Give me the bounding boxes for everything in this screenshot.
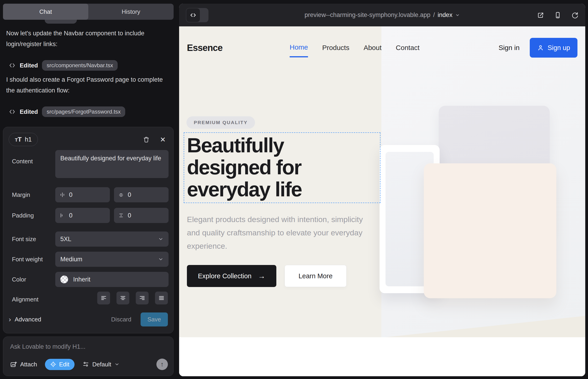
browser-chrome: preview--charming-site-symphony.lovable.… <box>179 4 585 26</box>
chat-history-tabbar: Chat History <box>3 4 174 20</box>
font-size-select[interactable]: 5XL <box>55 232 169 247</box>
nav-link-contact[interactable]: Contact <box>396 44 419 52</box>
code-icon <box>9 62 15 69</box>
close-icon: ✕ <box>160 136 166 144</box>
color-label: Color <box>12 276 26 283</box>
element-tag-badge: TT h1 <box>9 133 38 146</box>
font-weight-select[interactable]: Medium <box>55 252 169 267</box>
hero-headline[interactable]: Beautifully designed for everyday life <box>187 134 302 200</box>
code-icon <box>186 8 200 22</box>
editor-footer: › Advanced Discard Save <box>9 312 168 327</box>
hero-cta-row: Explore Collection → Learn More <box>187 265 346 287</box>
site-logo[interactable]: Essence <box>187 43 222 53</box>
content-input[interactable]: Beautifully designed for everyday life <box>55 150 169 178</box>
element-editor-panel: TT h1 ✕ Content Beautifully designed for… <box>3 127 174 333</box>
editor-header: TT h1 ✕ <box>9 132 168 147</box>
hero-description: Elegant products designed with intention… <box>187 213 373 253</box>
preview-frame: preview--charming-site-symphony.lovable.… <box>179 4 585 376</box>
margin-x-input[interactable]: 0 <box>55 187 110 202</box>
alignment-label: Alignment <box>12 296 39 303</box>
edited-label: Edited <box>20 62 38 69</box>
element-tag-label: h1 <box>25 136 32 143</box>
open-external-button[interactable] <box>537 12 544 19</box>
attach-button[interactable]: Attach <box>10 361 37 368</box>
font-weight-label: Font weight <box>12 256 43 263</box>
edit-mode-button[interactable]: Edit <box>45 359 75 370</box>
prompt-toolbar: Attach Edit Default ↑ <box>10 358 168 371</box>
sign-in-link[interactable]: Sign in <box>498 44 520 52</box>
delete-element-button[interactable] <box>141 134 151 144</box>
margin-y-input[interactable]: 0 <box>114 187 169 202</box>
nav-link-products[interactable]: Products <box>322 44 349 52</box>
tab-history[interactable]: History <box>88 4 174 20</box>
url-page: index <box>438 12 452 19</box>
align-right-button[interactable] <box>136 292 149 304</box>
chevron-down-icon <box>158 256 164 262</box>
padding-label: Padding <box>12 212 34 219</box>
arrow-right-icon: → <box>258 272 265 280</box>
edited-file-row: Edited src/components/Navbar.tsx <box>9 60 118 71</box>
type-icon: TT <box>15 136 22 143</box>
advanced-toggle[interactable]: › Advanced <box>9 316 41 323</box>
hero-card-cream <box>424 163 556 298</box>
attach-image-icon <box>10 361 17 368</box>
assistant-message: Now let's update the Navbar component to… <box>6 28 173 49</box>
mode-selector[interactable]: Default <box>82 361 120 368</box>
padding-y-input[interactable]: 0 <box>114 208 169 223</box>
padding-y-icon <box>118 212 124 218</box>
hero-badge: PREMIUM QUALITY <box>186 116 255 129</box>
padding-x-icon <box>59 212 65 218</box>
color-select[interactable]: Inherit <box>55 272 169 287</box>
file-chip[interactable]: src/pages/ForgotPassword.tsx <box>42 107 125 117</box>
align-left-button[interactable] <box>97 292 110 304</box>
file-chip[interactable]: src/components/Navbar.tsx <box>42 60 117 71</box>
nav-auth: Sign in Sign up <box>498 26 577 69</box>
chevron-down-icon <box>114 362 120 367</box>
learn-more-button[interactable]: Learn More <box>285 265 346 287</box>
code-icon <box>9 108 15 115</box>
close-panel-button[interactable]: ✕ <box>158 134 168 144</box>
nav-links: Home Products About Contact <box>290 26 419 69</box>
user-icon <box>537 44 544 51</box>
site-navbar: Essence Home Products About Contact Sign… <box>179 26 585 69</box>
alignment-buttons <box>97 292 168 304</box>
url-bar: preview--charming-site-symphony.lovable.… <box>179 4 585 26</box>
font-size-label: Font size <box>12 236 36 243</box>
discard-button[interactable]: Discard <box>111 316 131 323</box>
code-view-toggle[interactable] <box>186 8 208 22</box>
send-button[interactable]: ↑ <box>156 359 168 370</box>
nav-link-home[interactable]: Home <box>290 43 308 57</box>
site-canvas: Essence Home Products About Contact Sign… <box>179 26 585 376</box>
chevron-down-icon <box>158 236 164 242</box>
edited-label: Edited <box>20 108 38 115</box>
crosshair-icon <box>50 361 56 367</box>
mobile-view-button[interactable] <box>554 12 561 19</box>
margin-x-icon <box>59 192 65 198</box>
explore-collection-button[interactable]: Explore Collection → <box>187 265 276 287</box>
align-center-button[interactable] <box>117 292 129 304</box>
chat-sidebar: Chat History Now let's update the Navbar… <box>0 0 179 379</box>
align-justify-button[interactable] <box>155 292 168 304</box>
margin-y-icon <box>118 192 124 198</box>
save-button[interactable]: Save <box>140 313 168 327</box>
chevron-right-icon: › <box>9 316 11 323</box>
transparency-swatch-icon <box>60 276 68 283</box>
prompt-placeholder: Ask Lovable to modify H1... <box>10 343 86 350</box>
sliders-icon <box>82 361 89 368</box>
sign-up-button[interactable]: Sign up <box>530 38 577 58</box>
prompt-input-card[interactable]: Ask Lovable to modify H1... Attach Edit … <box>3 337 174 376</box>
tab-chat[interactable]: Chat <box>3 4 88 20</box>
chrome-actions <box>537 12 578 19</box>
refresh-button[interactable] <box>571 12 578 19</box>
url-domain: preview--charming-site-symphony.lovable.… <box>305 12 431 19</box>
padding-x-input[interactable]: 0 <box>55 208 110 223</box>
nav-link-about[interactable]: About <box>363 44 381 52</box>
assistant-message: I should also create a Forgot Password p… <box>6 74 173 96</box>
chevron-down-icon <box>455 13 460 17</box>
content-label: Content <box>12 158 33 165</box>
clipped-badge <box>45 20 77 24</box>
edited-file-row: Edited src/pages/ForgotPassword.tsx <box>9 107 125 117</box>
margin-label: Margin <box>12 191 30 198</box>
